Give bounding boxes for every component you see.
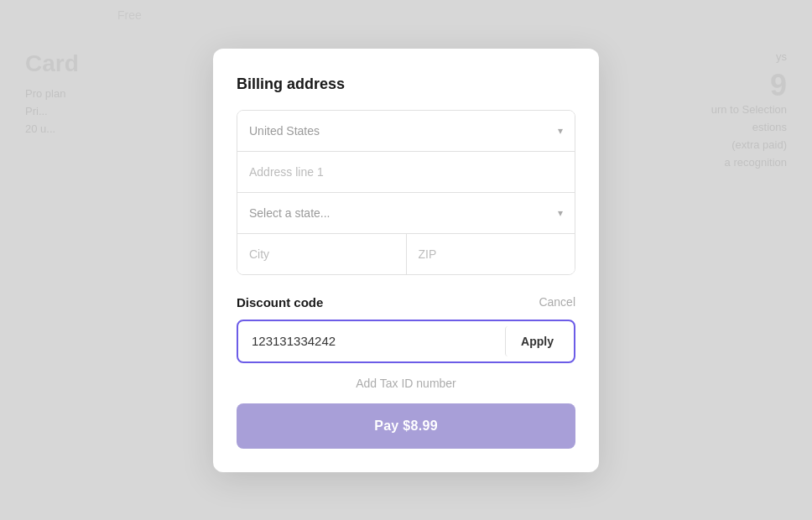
city-input[interactable] xyxy=(237,234,406,274)
city-zip-row xyxy=(237,234,575,274)
address-line-input[interactable] xyxy=(237,152,575,192)
discount-code-input[interactable] xyxy=(238,321,500,361)
zip-input[interactable] xyxy=(407,234,575,274)
discount-input-wrapper: Apply xyxy=(237,320,575,363)
apply-button[interactable]: Apply xyxy=(505,326,569,356)
address-row xyxy=(237,152,575,193)
pay-button[interactable]: Pay $8.99 xyxy=(237,403,575,449)
city-field xyxy=(237,234,407,274)
cancel-discount-button[interactable]: Cancel xyxy=(539,295,575,309)
tax-id-link[interactable]: Add Tax ID number xyxy=(237,377,575,390)
discount-section: Discount code Cancel Apply xyxy=(237,295,575,363)
state-row: Select a state... California New York Te… xyxy=(237,193,575,234)
state-select-wrapper[interactable]: Select a state... California New York Te… xyxy=(237,193,575,233)
country-row: United States Canada United Kingdom ▾ xyxy=(237,111,575,152)
modal-title: Billing address xyxy=(237,75,575,93)
country-select[interactable]: United States Canada United Kingdom xyxy=(237,111,575,151)
billing-modal: Billing address United States Canada Uni… xyxy=(213,49,599,472)
state-select[interactable]: Select a state... California New York Te… xyxy=(237,193,575,233)
zip-field xyxy=(407,234,575,274)
overlay: Billing address United States Canada Uni… xyxy=(0,0,812,520)
discount-header: Discount code Cancel xyxy=(237,295,575,309)
discount-label: Discount code xyxy=(237,295,323,309)
country-select-wrapper[interactable]: United States Canada United Kingdom ▾ xyxy=(237,111,575,151)
billing-address-form: United States Canada United Kingdom ▾ Se… xyxy=(237,110,575,275)
